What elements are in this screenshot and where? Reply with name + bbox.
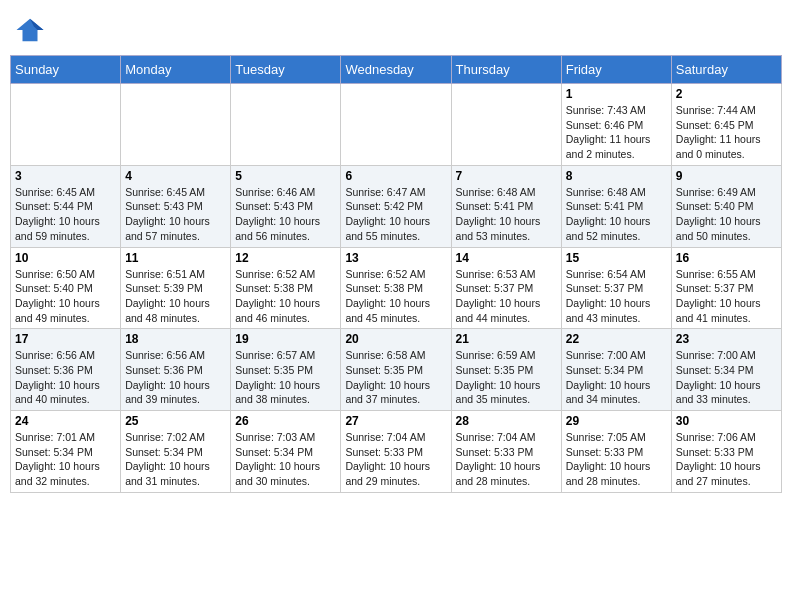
calendar-day-cell [341,84,451,166]
day-number: 3 [15,169,116,183]
calendar-day-cell: 23Sunrise: 7:00 AMSunset: 5:34 PMDayligh… [671,329,781,411]
calendar-day-cell: 28Sunrise: 7:04 AMSunset: 5:33 PMDayligh… [451,411,561,493]
calendar-day-cell [231,84,341,166]
day-number: 19 [235,332,336,346]
logo-icon [15,15,45,45]
calendar-week-row: 17Sunrise: 6:56 AMSunset: 5:36 PMDayligh… [11,329,782,411]
day-detail: Sunrise: 6:52 AMSunset: 5:38 PMDaylight:… [235,267,336,326]
calendar-day-cell [121,84,231,166]
calendar-day-cell: 17Sunrise: 6:56 AMSunset: 5:36 PMDayligh… [11,329,121,411]
weekday-header: Monday [121,56,231,84]
calendar-day-cell: 14Sunrise: 6:53 AMSunset: 5:37 PMDayligh… [451,247,561,329]
calendar-day-cell: 11Sunrise: 6:51 AMSunset: 5:39 PMDayligh… [121,247,231,329]
weekday-header: Thursday [451,56,561,84]
calendar-day-cell: 29Sunrise: 7:05 AMSunset: 5:33 PMDayligh… [561,411,671,493]
calendar-week-row: 10Sunrise: 6:50 AMSunset: 5:40 PMDayligh… [11,247,782,329]
calendar-day-cell: 5Sunrise: 6:46 AMSunset: 5:43 PMDaylight… [231,165,341,247]
calendar-day-cell: 4Sunrise: 6:45 AMSunset: 5:43 PMDaylight… [121,165,231,247]
day-detail: Sunrise: 6:55 AMSunset: 5:37 PMDaylight:… [676,267,777,326]
day-number: 2 [676,87,777,101]
day-detail: Sunrise: 7:06 AMSunset: 5:33 PMDaylight:… [676,430,777,489]
calendar-day-cell: 2Sunrise: 7:44 AMSunset: 6:45 PMDaylight… [671,84,781,166]
day-detail: Sunrise: 7:04 AMSunset: 5:33 PMDaylight:… [456,430,557,489]
day-detail: Sunrise: 6:48 AMSunset: 5:41 PMDaylight:… [566,185,667,244]
day-detail: Sunrise: 6:49 AMSunset: 5:40 PMDaylight:… [676,185,777,244]
day-detail: Sunrise: 6:50 AMSunset: 5:40 PMDaylight:… [15,267,116,326]
day-detail: Sunrise: 7:44 AMSunset: 6:45 PMDaylight:… [676,103,777,162]
day-number: 26 [235,414,336,428]
calendar-day-cell: 18Sunrise: 6:56 AMSunset: 5:36 PMDayligh… [121,329,231,411]
day-detail: Sunrise: 6:58 AMSunset: 5:35 PMDaylight:… [345,348,446,407]
day-number: 25 [125,414,226,428]
day-number: 12 [235,251,336,265]
calendar-week-row: 1Sunrise: 7:43 AMSunset: 6:46 PMDaylight… [11,84,782,166]
day-number: 9 [676,169,777,183]
day-detail: Sunrise: 7:00 AMSunset: 5:34 PMDaylight:… [566,348,667,407]
day-detail: Sunrise: 7:00 AMSunset: 5:34 PMDaylight:… [676,348,777,407]
calendar-header-row: SundayMondayTuesdayWednesdayThursdayFrid… [11,56,782,84]
day-detail: Sunrise: 6:45 AMSunset: 5:43 PMDaylight:… [125,185,226,244]
day-detail: Sunrise: 6:47 AMSunset: 5:42 PMDaylight:… [345,185,446,244]
weekday-header: Sunday [11,56,121,84]
day-detail: Sunrise: 6:46 AMSunset: 5:43 PMDaylight:… [235,185,336,244]
calendar-day-cell: 1Sunrise: 7:43 AMSunset: 6:46 PMDaylight… [561,84,671,166]
calendar-day-cell: 16Sunrise: 6:55 AMSunset: 5:37 PMDayligh… [671,247,781,329]
weekday-header: Friday [561,56,671,84]
day-number: 18 [125,332,226,346]
day-detail: Sunrise: 6:48 AMSunset: 5:41 PMDaylight:… [456,185,557,244]
calendar-day-cell: 15Sunrise: 6:54 AMSunset: 5:37 PMDayligh… [561,247,671,329]
day-detail: Sunrise: 7:43 AMSunset: 6:46 PMDaylight:… [566,103,667,162]
calendar-day-cell: 21Sunrise: 6:59 AMSunset: 5:35 PMDayligh… [451,329,561,411]
calendar-day-cell: 25Sunrise: 7:02 AMSunset: 5:34 PMDayligh… [121,411,231,493]
calendar-day-cell: 20Sunrise: 6:58 AMSunset: 5:35 PMDayligh… [341,329,451,411]
calendar-day-cell: 26Sunrise: 7:03 AMSunset: 5:34 PMDayligh… [231,411,341,493]
day-number: 4 [125,169,226,183]
day-number: 14 [456,251,557,265]
day-number: 6 [345,169,446,183]
day-number: 5 [235,169,336,183]
calendar-day-cell: 8Sunrise: 6:48 AMSunset: 5:41 PMDaylight… [561,165,671,247]
day-detail: Sunrise: 6:51 AMSunset: 5:39 PMDaylight:… [125,267,226,326]
day-number: 16 [676,251,777,265]
calendar-day-cell: 24Sunrise: 7:01 AMSunset: 5:34 PMDayligh… [11,411,121,493]
day-detail: Sunrise: 7:05 AMSunset: 5:33 PMDaylight:… [566,430,667,489]
day-detail: Sunrise: 6:56 AMSunset: 5:36 PMDaylight:… [125,348,226,407]
calendar-day-cell: 3Sunrise: 6:45 AMSunset: 5:44 PMDaylight… [11,165,121,247]
day-number: 15 [566,251,667,265]
weekday-header: Tuesday [231,56,341,84]
calendar-day-cell: 30Sunrise: 7:06 AMSunset: 5:33 PMDayligh… [671,411,781,493]
calendar-week-row: 3Sunrise: 6:45 AMSunset: 5:44 PMDaylight… [11,165,782,247]
weekday-header: Saturday [671,56,781,84]
day-detail: Sunrise: 6:53 AMSunset: 5:37 PMDaylight:… [456,267,557,326]
day-number: 17 [15,332,116,346]
page-header [10,10,782,45]
day-number: 22 [566,332,667,346]
day-number: 23 [676,332,777,346]
day-number: 20 [345,332,446,346]
calendar-day-cell: 22Sunrise: 7:00 AMSunset: 5:34 PMDayligh… [561,329,671,411]
day-number: 13 [345,251,446,265]
day-number: 8 [566,169,667,183]
day-detail: Sunrise: 6:59 AMSunset: 5:35 PMDaylight:… [456,348,557,407]
day-detail: Sunrise: 6:45 AMSunset: 5:44 PMDaylight:… [15,185,116,244]
logo [15,15,49,45]
day-number: 29 [566,414,667,428]
day-number: 21 [456,332,557,346]
day-number: 11 [125,251,226,265]
weekday-header: Wednesday [341,56,451,84]
calendar-day-cell: 19Sunrise: 6:57 AMSunset: 5:35 PMDayligh… [231,329,341,411]
calendar-day-cell: 13Sunrise: 6:52 AMSunset: 5:38 PMDayligh… [341,247,451,329]
day-detail: Sunrise: 7:02 AMSunset: 5:34 PMDaylight:… [125,430,226,489]
calendar-day-cell: 7Sunrise: 6:48 AMSunset: 5:41 PMDaylight… [451,165,561,247]
calendar-day-cell [11,84,121,166]
day-detail: Sunrise: 6:56 AMSunset: 5:36 PMDaylight:… [15,348,116,407]
calendar-week-row: 24Sunrise: 7:01 AMSunset: 5:34 PMDayligh… [11,411,782,493]
day-detail: Sunrise: 7:01 AMSunset: 5:34 PMDaylight:… [15,430,116,489]
calendar-day-cell: 27Sunrise: 7:04 AMSunset: 5:33 PMDayligh… [341,411,451,493]
day-detail: Sunrise: 6:54 AMSunset: 5:37 PMDaylight:… [566,267,667,326]
day-number: 24 [15,414,116,428]
day-number: 27 [345,414,446,428]
day-detail: Sunrise: 7:03 AMSunset: 5:34 PMDaylight:… [235,430,336,489]
calendar-day-cell: 6Sunrise: 6:47 AMSunset: 5:42 PMDaylight… [341,165,451,247]
day-number: 7 [456,169,557,183]
